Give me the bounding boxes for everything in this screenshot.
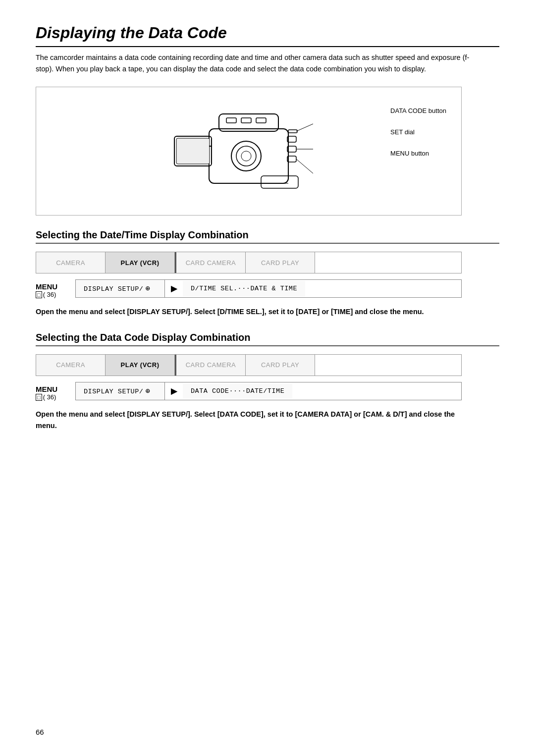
svg-line-19 — [296, 159, 313, 173]
section2-menu-setup: DISPLAY SETUP/⊕ — [76, 382, 165, 400]
svg-rect-0 — [209, 129, 288, 183]
section2-page-ref: □( 36) — [36, 393, 75, 401]
section1-page-ref: □( 36) — [36, 291, 75, 298]
diagram-labels: DATA CODE button SET dial MENU button — [390, 107, 446, 157]
section1-menu-setup: DISPLAY SETUP/⊕ — [76, 280, 165, 297]
svg-rect-9 — [241, 118, 251, 123]
tab-card-play-1[interactable]: CARD PLAY — [246, 252, 315, 273]
section1-instruction: Open the menu and select [DISPLAY SETUP/… — [36, 306, 462, 318]
section1-heading: Selecting the Date/Time Display Combinat… — [36, 229, 499, 244]
page-title: Displaying the Data Code — [36, 24, 499, 47]
section1-menu-block: MENU □( 36) DISPLAY SETUP/⊕ ▶ D/TIME SEL… — [36, 279, 462, 298]
section1-tab-bar: CAMERA PLAY (VCR) CARD CAMERA CARD PLAY — [36, 252, 462, 273]
svg-rect-5 — [176, 138, 210, 164]
svg-rect-16 — [288, 130, 297, 133]
section2-tab-bar: CAMERA PLAY (VCR) CARD CAMERA CARD PLAY — [36, 354, 462, 376]
section1-menu-row: DISPLAY SETUP/⊕ ▶ D/TIME SEL.···DATE & T… — [75, 279, 462, 298]
section1-menu-arrow: ▶ — [165, 280, 183, 297]
svg-rect-15 — [261, 176, 298, 188]
camcorder-diagram: DATA CODE button SET dial MENU button — [36, 87, 462, 216]
data-code-label: DATA CODE button — [390, 107, 446, 114]
section2-menu-block: MENU □( 36) DISPLAY SETUP/⊕ ▶ DATA CODE·… — [36, 382, 462, 401]
section1-menu-label: MENU □( 36) — [36, 279, 75, 298]
tab-card-play-2[interactable]: CARD PLAY — [246, 355, 315, 376]
tab-play-vcr-1[interactable]: PLAY (VCR) — [106, 252, 175, 273]
svg-rect-8 — [226, 118, 236, 123]
intro-text: The camcorder maintains a data code cont… — [36, 52, 482, 75]
svg-point-3 — [241, 151, 251, 161]
section2: Selecting the Data Code Display Combinat… — [36, 332, 499, 432]
tab-card-camera-1[interactable]: CARD CAMERA — [176, 252, 246, 273]
svg-point-2 — [236, 146, 256, 166]
svg-line-17 — [296, 124, 313, 131]
camcorder-illustration — [169, 99, 328, 203]
section1-menu-result: D/TIME SEL.···DATE & TIME — [183, 281, 305, 296]
section2-menu-arrow: ▶ — [165, 382, 183, 400]
section2-menu-label: MENU □( 36) — [36, 382, 75, 401]
tab-camera-1[interactable]: CAMERA — [36, 252, 106, 273]
svg-rect-10 — [256, 118, 266, 123]
page-number: 66 — [36, 728, 44, 736]
set-dial-label: SET dial — [390, 128, 446, 136]
tab-camera-2[interactable]: CAMERA — [36, 355, 106, 376]
section2-heading: Selecting the Data Code Display Combinat… — [36, 332, 499, 346]
svg-point-1 — [231, 141, 261, 171]
menu-button-label: MENU button — [390, 150, 446, 157]
tab-play-vcr-2[interactable]: PLAY (VCR) — [106, 355, 175, 376]
section2-instruction: Open the menu and select [DISPLAY SETUP/… — [36, 409, 462, 432]
section2-menu-row: DISPLAY SETUP/⊕ ▶ DATA CODE····DATE/TIME — [75, 382, 462, 400]
section2-menu-result: DATA CODE····DATE/TIME — [183, 383, 292, 399]
tab-card-camera-2[interactable]: CARD CAMERA — [176, 355, 246, 376]
